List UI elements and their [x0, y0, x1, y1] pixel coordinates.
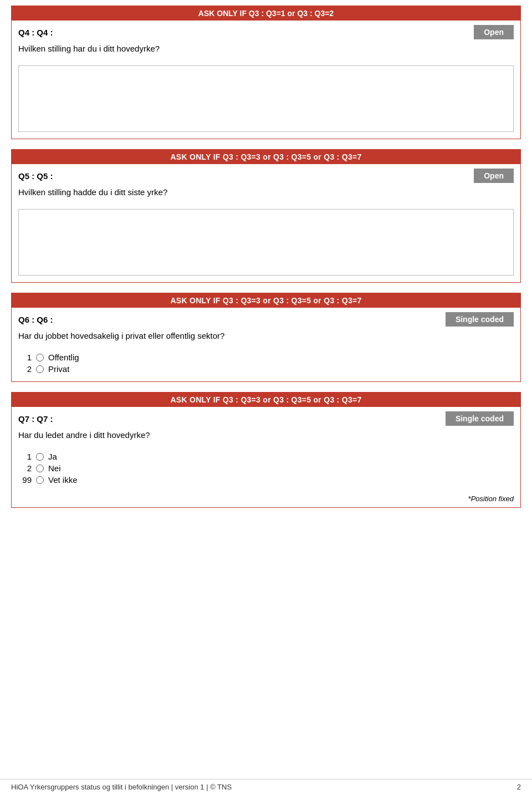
- q7-answer-area: 1 Ja 2 Nei 99 Vet ikke: [12, 444, 520, 492]
- option-label: Vet ikke: [48, 475, 78, 485]
- q4-open-answer-box[interactable]: [18, 65, 514, 132]
- q5-id: Q5 : Q5 :: [18, 171, 53, 181]
- page-footer: HiOA Yrkersgruppers status og tillit i b…: [0, 779, 532, 794]
- option-number: 99: [18, 475, 32, 485]
- list-item: 1 Offentlig: [18, 351, 514, 363]
- q6-badge: Single coded: [446, 312, 514, 327]
- q6-condition-bar: ASK ONLY IF Q3 : Q3=3 or Q3 : Q3=5 or Q3…: [12, 293, 520, 308]
- q4-id: Q4 : Q4 :: [18, 28, 53, 37]
- option-circle-icon[interactable]: [36, 354, 44, 361]
- q6-id: Q6 : Q6 :: [18, 315, 53, 324]
- option-number: 1: [18, 452, 32, 461]
- q4-question-text: Hvilken stilling har du i ditt hovedyrke…: [12, 42, 520, 58]
- q7-condition-bar: ASK ONLY IF Q3 : Q3=3 or Q3 : Q3=5 or Q3…: [12, 393, 520, 407]
- q7-options-list: 1 Ja 2 Nei 99 Vet ikke: [18, 451, 514, 486]
- q7-header-row: Q7 : Q7 : Single coded: [12, 407, 520, 428]
- q5-header-row: Q5 : Q5 : Open: [12, 164, 520, 185]
- q4-condition-text: ASK ONLY IF Q3 : Q3=1 or Q3 : Q3=2: [198, 9, 334, 18]
- q6-answer-area: 1 Offentlig 2 Privat: [12, 345, 520, 381]
- q5-answer-area: [12, 201, 520, 282]
- q4-condition-bar: ASK ONLY IF Q3 : Q3=1 or Q3 : Q3=2: [12, 6, 520, 21]
- list-item: 1 Ja: [18, 451, 514, 462]
- q7-block: ASK ONLY IF Q3 : Q3=3 or Q3 : Q3=5 or Q3…: [11, 392, 521, 508]
- q6-condition-text: ASK ONLY IF Q3 : Q3=3 or Q3 : Q3=5 or Q3…: [170, 296, 361, 305]
- option-circle-icon[interactable]: [36, 476, 44, 484]
- q4-answer-area: [12, 58, 520, 139]
- q7-position-fixed-note: *Position fixed: [12, 492, 520, 507]
- option-label: Ja: [48, 452, 57, 461]
- q5-block: ASK ONLY IF Q3 : Q3=3 or Q3 : Q3=5 or Q3…: [11, 149, 521, 283]
- q6-block: ASK ONLY IF Q3 : Q3=3 or Q3 : Q3=5 or Q3…: [11, 293, 521, 382]
- option-circle-icon[interactable]: [36, 365, 44, 373]
- footer-page-number: 2: [517, 783, 521, 791]
- q4-badge: Open: [474, 25, 514, 39]
- q7-id: Q7 : Q7 :: [18, 414, 53, 424]
- q5-condition-bar: ASK ONLY IF Q3 : Q3=3 or Q3 : Q3=5 or Q3…: [12, 150, 520, 164]
- q5-open-answer-box[interactable]: [18, 209, 514, 276]
- q7-condition-text: ASK ONLY IF Q3 : Q3=3 or Q3 : Q3=5 or Q3…: [170, 395, 361, 404]
- list-item: 2 Nei: [18, 462, 514, 474]
- option-number: 1: [18, 353, 32, 362]
- q6-question-text: Har du jobbet hovedsakelig i privat elle…: [12, 329, 520, 345]
- q5-condition-text: ASK ONLY IF Q3 : Q3=3 or Q3 : Q3=5 or Q3…: [170, 152, 361, 161]
- option-number: 2: [18, 463, 32, 473]
- q6-header-row: Q6 : Q6 : Single coded: [12, 308, 520, 329]
- list-item: 99 Vet ikke: [18, 474, 514, 486]
- option-circle-icon[interactable]: [36, 453, 44, 461]
- q7-question-text: Har du ledet andre i ditt hovedyrke?: [12, 428, 520, 444]
- option-label: Privat: [48, 364, 69, 374]
- option-label: Nei: [48, 463, 61, 473]
- option-number: 2: [18, 364, 32, 374]
- q5-question-text: Hvilken stilling hadde du i ditt siste y…: [12, 185, 520, 201]
- q7-badge: Single coded: [446, 411, 514, 426]
- q5-badge: Open: [474, 169, 514, 183]
- list-item: 2 Privat: [18, 363, 514, 375]
- option-circle-icon[interactable]: [36, 465, 44, 472]
- q4-block: ASK ONLY IF Q3 : Q3=1 or Q3 : Q3=2 Q4 : …: [11, 6, 521, 139]
- option-label: Offentlig: [48, 353, 79, 362]
- q6-options-list: 1 Offentlig 2 Privat: [18, 351, 514, 375]
- footer-text: HiOA Yrkersgruppers status og tillit i b…: [11, 783, 232, 791]
- q4-header-row: Q4 : Q4 : Open: [12, 21, 520, 42]
